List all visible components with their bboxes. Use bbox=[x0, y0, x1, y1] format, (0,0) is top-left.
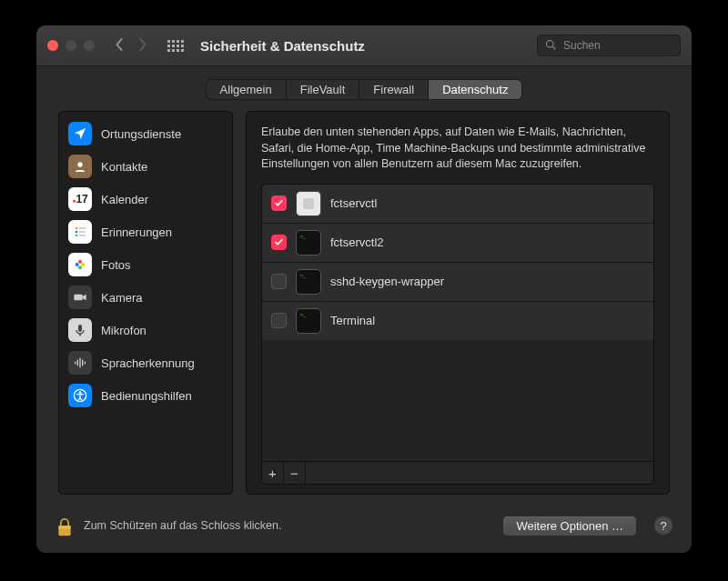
detail-panel: Erlaube den unten stehenden Apps, auf Da… bbox=[246, 111, 670, 495]
app-name: fctservctl bbox=[330, 196, 377, 210]
show-all-icon[interactable] bbox=[167, 40, 184, 52]
sidebar-item-calendar[interactable]: ●17Kalender bbox=[59, 183, 232, 215]
sidebar-item-contacts[interactable]: Kontakte bbox=[59, 150, 232, 183]
svg-point-10 bbox=[81, 263, 85, 266]
location-arrow-icon bbox=[68, 122, 92, 145]
svg-rect-18 bbox=[79, 358, 80, 368]
detail-description: Erlaube den unten stehenden Apps, auf Da… bbox=[261, 125, 654, 173]
sidebar-item-label: Spracherkennung bbox=[101, 356, 195, 370]
svg-rect-19 bbox=[82, 360, 83, 366]
sidebar-item-label: Fotos bbox=[101, 258, 131, 272]
app-checkbox[interactable] bbox=[271, 195, 287, 211]
sidebar-item-label: Kontakte bbox=[101, 160, 147, 174]
waveform-icon bbox=[68, 351, 92, 375]
minimize-window[interactable] bbox=[66, 40, 76, 51]
svg-point-9 bbox=[78, 260, 82, 264]
tab-bar: AllgemeinFileVaultFirewallDatenschutz bbox=[206, 79, 523, 100]
svg-point-5 bbox=[76, 231, 78, 234]
zoom-window[interactable] bbox=[84, 40, 95, 51]
window-controls bbox=[47, 40, 95, 51]
add-button[interactable]: + bbox=[262, 462, 284, 484]
more-options-button[interactable]: Weitere Optionen … bbox=[502, 516, 637, 536]
svg-point-0 bbox=[547, 40, 554, 47]
app-icon: >_ bbox=[296, 230, 321, 255]
svg-rect-8 bbox=[79, 235, 86, 235]
mic-icon bbox=[68, 318, 92, 342]
svg-rect-25 bbox=[58, 526, 70, 528]
camera-icon bbox=[68, 285, 92, 309]
svg-rect-6 bbox=[79, 231, 86, 232]
svg-point-7 bbox=[76, 235, 78, 237]
photos-icon bbox=[68, 253, 92, 276]
svg-rect-4 bbox=[79, 227, 86, 228]
app-checkbox[interactable] bbox=[271, 313, 287, 328]
sidebar-item-label: Erinnerungen bbox=[101, 225, 172, 239]
search-field[interactable] bbox=[537, 35, 681, 56]
app-name: sshd-keygen-wrapper bbox=[330, 275, 444, 288]
back-button[interactable] bbox=[115, 38, 125, 54]
svg-point-12 bbox=[76, 263, 79, 266]
search-input[interactable] bbox=[561, 38, 672, 53]
app-list-footer: + − bbox=[262, 461, 653, 484]
nav-buttons bbox=[115, 38, 147, 54]
tab-filevault[interactable]: FileVault bbox=[287, 80, 360, 99]
tab-datenschutz[interactable]: Datenschutz bbox=[429, 80, 521, 99]
sidebar-item-label: Kalender bbox=[101, 193, 148, 206]
app-checkbox[interactable] bbox=[271, 274, 287, 289]
svg-rect-16 bbox=[75, 362, 76, 365]
preferences-window: Sicherheit & Datenschutz AllgemeinFileVa… bbox=[36, 25, 692, 553]
sidebar-item-mic[interactable]: Mikrofon bbox=[59, 314, 232, 346]
sidebar-item-label: Mikrofon bbox=[101, 324, 147, 337]
sidebar-item-accessibility[interactable]: Bedienungshilfen bbox=[59, 379, 232, 412]
svg-rect-23 bbox=[303, 198, 314, 209]
app-name: Terminal bbox=[330, 314, 375, 327]
svg-rect-17 bbox=[77, 360, 78, 366]
toolbar: Sicherheit & Datenschutz bbox=[36, 25, 692, 66]
reminders-icon bbox=[68, 220, 92, 244]
calendar-icon: ●17 bbox=[68, 187, 92, 211]
content: AllgemeinFileVaultFirewallDatenschutz Or… bbox=[36, 66, 692, 504]
window-title: Sicherheit & Datenschutz bbox=[200, 38, 365, 54]
lock-bar: Zum Schützen auf das Schloss klicken. We… bbox=[36, 504, 692, 553]
sidebar-item-waveform[interactable]: Spracherkennung bbox=[59, 346, 232, 379]
remove-button[interactable]: − bbox=[284, 462, 306, 484]
app-row[interactable]: >_fctservctl2 bbox=[262, 224, 653, 263]
accessibility-icon bbox=[68, 384, 92, 407]
app-checkbox[interactable] bbox=[271, 235, 287, 250]
svg-rect-20 bbox=[85, 362, 86, 365]
tab-allgemein[interactable]: Allgemein bbox=[207, 80, 287, 99]
svg-line-1 bbox=[552, 46, 555, 49]
close-window[interactable] bbox=[47, 40, 58, 51]
tab-firewall[interactable]: Firewall bbox=[359, 80, 429, 99]
svg-point-3 bbox=[76, 227, 78, 230]
svg-point-11 bbox=[78, 265, 82, 269]
app-row[interactable]: >_Terminal bbox=[262, 302, 653, 340]
lock-text: Zum Schützen auf das Schloss klicken. bbox=[84, 519, 281, 532]
contacts-icon bbox=[68, 155, 92, 178]
search-icon bbox=[545, 39, 556, 53]
app-row[interactable]: fctservctl bbox=[262, 185, 653, 224]
app-icon: >_ bbox=[296, 269, 321, 295]
app-icon bbox=[296, 191, 321, 216]
svg-rect-13 bbox=[74, 295, 82, 301]
sidebar-item-label: Kamera bbox=[101, 291, 143, 305]
app-row[interactable]: >_sshd-keygen-wrapper bbox=[262, 263, 653, 302]
sidebar-item-label: Bedienungshilfen bbox=[101, 389, 192, 403]
svg-rect-14 bbox=[78, 325, 82, 332]
sidebar-item-camera[interactable]: Kamera bbox=[59, 281, 232, 314]
help-button[interactable]: ? bbox=[653, 516, 673, 536]
sidebar-item-location-arrow[interactable]: Ortungsdienste bbox=[59, 117, 232, 150]
sidebar-item-label: Ortungsdienste bbox=[101, 127, 181, 141]
category-sidebar[interactable]: OrtungsdiensteKontakte●17KalenderErinner… bbox=[58, 111, 233, 495]
lock-icon[interactable] bbox=[55, 513, 75, 538]
forward-button[interactable] bbox=[137, 38, 147, 54]
app-list: fctservctl>_fctservctl2>_sshd-keygen-wra… bbox=[261, 184, 654, 486]
app-icon: >_ bbox=[296, 308, 321, 334]
sidebar-item-photos[interactable]: Fotos bbox=[59, 248, 232, 281]
svg-point-22 bbox=[79, 391, 82, 394]
svg-point-2 bbox=[77, 162, 82, 166]
app-list-rows[interactable]: fctservctl>_fctservctl2>_sshd-keygen-wra… bbox=[262, 185, 653, 462]
sidebar-item-reminders[interactable]: Erinnerungen bbox=[59, 215, 232, 248]
app-name: fctservctl2 bbox=[330, 235, 384, 249]
